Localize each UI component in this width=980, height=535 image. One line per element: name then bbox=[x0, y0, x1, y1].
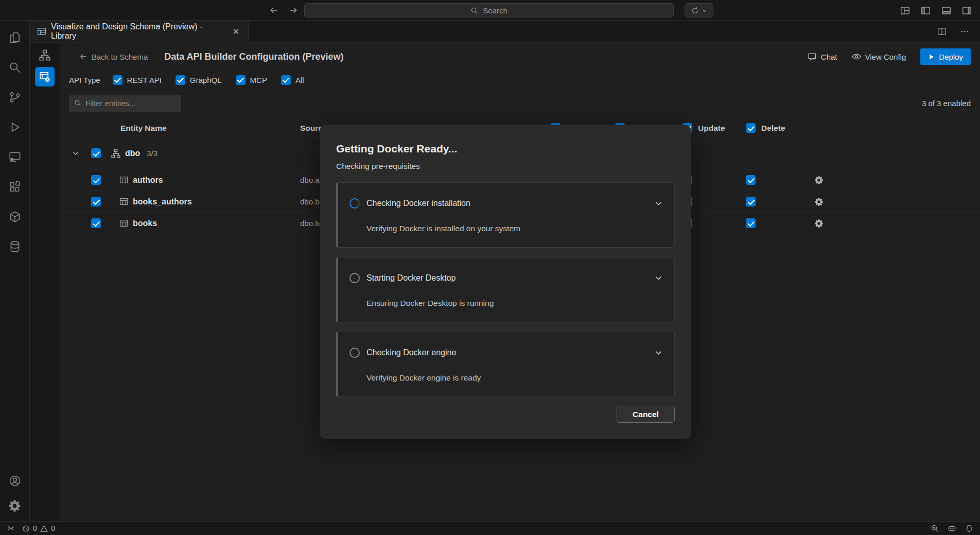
rest-api-checkbox[interactable] bbox=[113, 75, 122, 85]
mcp-checkbox[interactable] bbox=[236, 75, 246, 85]
extensions-icon[interactable] bbox=[3, 172, 27, 202]
cancel-button[interactable]: Cancel bbox=[617, 406, 675, 423]
filter-graphql[interactable]: GraphQL bbox=[176, 75, 222, 85]
rest-api-label: REST API bbox=[127, 76, 162, 84]
problems-indicator[interactable]: 0 0 bbox=[22, 524, 55, 532]
split-editor-icon[interactable] bbox=[935, 24, 949, 39]
delete-checkbox[interactable] bbox=[746, 197, 756, 206]
status-bar-right bbox=[931, 524, 973, 533]
graphql-checkbox[interactable] bbox=[176, 75, 185, 85]
status-bar: 0 0 bbox=[0, 521, 980, 535]
forward-button[interactable] bbox=[286, 3, 301, 18]
loop-icon bbox=[691, 7, 699, 14]
arrow-right-icon bbox=[289, 6, 298, 15]
step-header: Checking Docker installation bbox=[349, 198, 663, 209]
table-icon bbox=[119, 176, 128, 184]
step-detail: Verifying Docker engine is ready bbox=[349, 373, 663, 383]
explorer-icon[interactable] bbox=[3, 23, 27, 53]
row-checkbox[interactable] bbox=[91, 197, 101, 206]
toggle-secondary-sidebar-button[interactable] bbox=[959, 3, 974, 18]
delete-cell bbox=[746, 175, 813, 185]
entity-settings-gear-icon[interactable] bbox=[813, 217, 825, 230]
database-icon[interactable] bbox=[3, 232, 27, 262]
notifications-bell-icon[interactable] bbox=[965, 524, 973, 532]
schema-tab-icon bbox=[37, 27, 46, 36]
source-control-icon[interactable] bbox=[3, 82, 27, 112]
back-button[interactable] bbox=[267, 3, 281, 18]
delete-checkbox[interactable] bbox=[746, 218, 756, 228]
group-name: dbo bbox=[125, 149, 140, 158]
entity-name-cell: books bbox=[60, 218, 300, 228]
warnings-icon bbox=[40, 525, 48, 532]
deploy-button[interactable]: Deploy bbox=[920, 48, 971, 65]
search-sidebar-icon[interactable] bbox=[3, 53, 27, 82]
containers-icon[interactable] bbox=[3, 202, 27, 232]
column-delete: Delete bbox=[746, 123, 813, 133]
filter-rest-api[interactable]: REST API bbox=[113, 75, 162, 85]
all-label: All bbox=[295, 76, 304, 84]
entity-settings-gear-icon[interactable] bbox=[813, 196, 825, 208]
tab-close-icon[interactable]: ✕ bbox=[230, 25, 242, 38]
entity-name-cell: books_authors bbox=[60, 197, 300, 206]
command-center-dropdown[interactable] bbox=[685, 3, 713, 18]
back-label: Back to Schema bbox=[92, 53, 148, 61]
entity-name: books_authors bbox=[133, 197, 192, 206]
chevron-down-icon[interactable] bbox=[654, 199, 663, 208]
toggle-primary-sidebar-button[interactable] bbox=[918, 3, 933, 18]
dab-config-icon[interactable] bbox=[35, 67, 55, 87]
search-box[interactable]: Search bbox=[304, 3, 674, 18]
accounts-icon[interactable] bbox=[3, 469, 27, 493]
entity-filter-input[interactable] bbox=[85, 99, 188, 108]
remote-explorer-icon[interactable] bbox=[3, 142, 27, 172]
table-icon bbox=[119, 219, 128, 228]
actions-cell bbox=[813, 217, 980, 230]
copilot-icon[interactable] bbox=[948, 524, 956, 533]
customize-layout-button[interactable] bbox=[898, 3, 912, 18]
dialog-footer: Cancel bbox=[617, 406, 675, 423]
delete-cell bbox=[746, 197, 813, 206]
row-checkbox[interactable] bbox=[91, 218, 101, 228]
entity-filter-field[interactable] bbox=[69, 95, 181, 112]
more-actions-icon[interactable] bbox=[957, 24, 972, 39]
entity-settings-gear-icon[interactable] bbox=[813, 174, 825, 186]
remote-indicator[interactable] bbox=[7, 524, 15, 532]
chat-button[interactable]: Chat bbox=[808, 52, 837, 61]
tab-bar-actions bbox=[935, 21, 980, 42]
tab-visualize-schema[interactable]: Visualize and Design Schema (Preview) - … bbox=[30, 21, 249, 42]
all-checkbox[interactable] bbox=[281, 75, 291, 85]
update-cell bbox=[682, 218, 746, 228]
enabled-summary: 3 of 3 enabled bbox=[922, 99, 971, 108]
row-checkbox[interactable] bbox=[91, 175, 101, 185]
run-debug-icon[interactable] bbox=[3, 112, 27, 142]
entity-name: books bbox=[133, 219, 157, 228]
dialog-title: Getting Docker Ready... bbox=[336, 143, 675, 155]
chevron-down-icon[interactable] bbox=[654, 274, 663, 283]
schema-group-icon bbox=[111, 149, 120, 158]
column-update: Update bbox=[682, 123, 746, 133]
tab-title: Visualize and Design Schema (Preview) - … bbox=[51, 22, 225, 41]
settings-gear-icon[interactable] bbox=[3, 493, 27, 518]
delete-cell bbox=[746, 218, 813, 228]
errors-icon bbox=[22, 525, 30, 532]
filter-all[interactable]: All bbox=[281, 75, 304, 85]
step-label: Checking Docker installation bbox=[366, 199, 470, 208]
titlebar: Search bbox=[0, 0, 980, 21]
view-config-button[interactable]: View Config bbox=[852, 52, 906, 61]
toggle-panel-button[interactable] bbox=[939, 3, 953, 18]
chevron-down-icon[interactable] bbox=[654, 349, 663, 357]
designer-view-rail bbox=[30, 43, 60, 521]
delete-all-checkbox[interactable] bbox=[746, 123, 756, 133]
step-label: Checking Docker engine bbox=[366, 348, 456, 357]
schema-visualize-icon[interactable] bbox=[35, 45, 55, 65]
group-checkbox[interactable] bbox=[91, 148, 101, 158]
delete-checkbox[interactable] bbox=[746, 175, 756, 185]
table-icon bbox=[119, 197, 128, 206]
docker-steps: Checking Docker installation Verifying D… bbox=[336, 182, 675, 397]
zoom-icon[interactable] bbox=[931, 524, 939, 532]
collapse-chevron-icon[interactable] bbox=[72, 149, 82, 158]
filter-mcp[interactable]: MCP bbox=[236, 75, 267, 85]
entity-filter-row: 3 of 3 enabled bbox=[60, 94, 980, 112]
pending-circle-icon bbox=[349, 348, 360, 358]
step-label: Starting Docker Desktop bbox=[366, 273, 456, 283]
back-to-schema-link[interactable]: Back to Schema bbox=[79, 53, 148, 61]
